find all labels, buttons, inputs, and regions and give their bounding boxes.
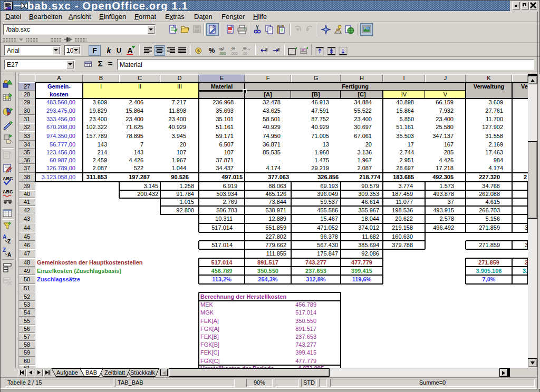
svg-text:Stückkalk: Stückkalk (130, 369, 156, 376)
svg-text:A: A (7, 252, 11, 258)
svg-text:Z: Z (7, 239, 11, 244)
svg-text:ABC: ABC (3, 189, 13, 194)
svg-text:%²: %² (219, 47, 224, 52)
svg-text:.00: .00 (242, 52, 247, 55)
svg-text:BAB: BAB (85, 369, 97, 376)
svg-text:A: A (3, 234, 6, 240)
svg-text:Zeitblatt: Zeitblatt (104, 369, 125, 376)
svg-text:Z: Z (3, 247, 6, 253)
svg-text:Aufgabe: Aufgabe (56, 369, 78, 376)
svg-text:ABC: ABC (3, 176, 13, 181)
svg-text:.ºº: .ºº (230, 47, 235, 52)
svg-text:.ºº→: .ºº→ (242, 47, 250, 52)
svg-text:$: $ (197, 48, 200, 53)
svg-text:.000: .000 (230, 52, 238, 55)
svg-text:.000: .000 (219, 52, 226, 55)
